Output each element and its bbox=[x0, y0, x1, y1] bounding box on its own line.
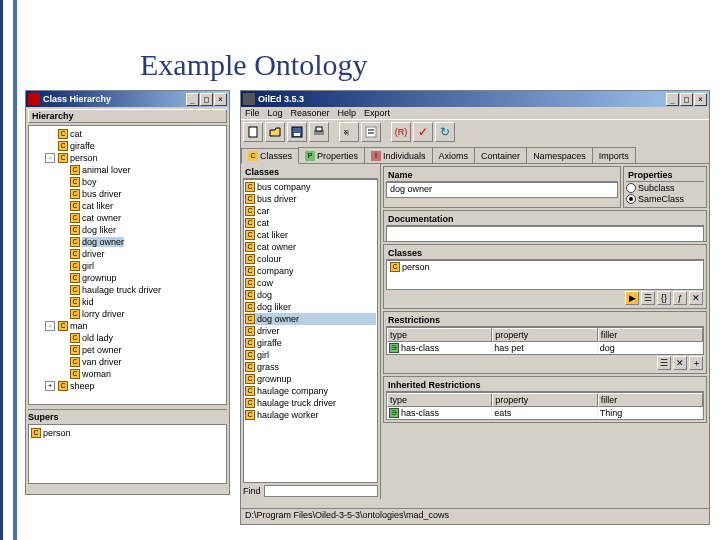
class-tree[interactable]: CcatCgiraffe-CpersonCanimal loverCboyCbu… bbox=[28, 125, 227, 405]
tree-node[interactable]: +Csheep bbox=[31, 380, 224, 392]
add-class-icon[interactable]: ▶ bbox=[625, 291, 639, 305]
class-item[interactable]: Cdog owner bbox=[245, 313, 376, 325]
tab-axioms[interactable]: Axioms bbox=[432, 147, 476, 163]
chain-icon[interactable]: ⛓ bbox=[339, 122, 359, 142]
maximize-button[interactable]: □ bbox=[200, 93, 213, 106]
hierarchy-header: Hierarchy bbox=[28, 109, 227, 123]
class-item[interactable]: Ccat owner bbox=[245, 241, 376, 253]
radio-sameclass[interactable]: SameClass bbox=[626, 194, 704, 204]
restrictions-table[interactable]: typepropertyfiller ∋has-classhas petdog bbox=[386, 327, 704, 355]
tab-classes[interactable]: CClasses bbox=[241, 148, 299, 164]
maximize-button[interactable]: □ bbox=[680, 93, 693, 106]
class-item[interactable]: Ccat bbox=[245, 217, 376, 229]
tree-node[interactable]: Cdog liker bbox=[31, 224, 224, 236]
tree-node[interactable]: Ccat liker bbox=[31, 200, 224, 212]
class-item[interactable]: Cbus company bbox=[245, 181, 376, 193]
tree-node[interactable]: -Cman bbox=[31, 320, 224, 332]
minimize-button[interactable]: _ bbox=[666, 93, 679, 106]
tree-node[interactable]: Cdriver bbox=[31, 248, 224, 260]
supers-list[interactable]: Cperson bbox=[28, 424, 227, 484]
tree-node[interactable]: Ccat owner bbox=[31, 212, 224, 224]
class-item[interactable]: Chaulage worker bbox=[245, 409, 376, 421]
tree-node[interactable]: -Cperson bbox=[31, 152, 224, 164]
tree-node[interactable]: Ckid bbox=[31, 296, 224, 308]
class-item[interactable]: Ccat liker bbox=[245, 229, 376, 241]
tree-node[interactable]: Cvan driver bbox=[31, 356, 224, 368]
class-item[interactable]: Ccompany bbox=[245, 265, 376, 277]
superclass-item[interactable]: Cperson bbox=[390, 262, 700, 272]
tree-node[interactable]: Cgrownup bbox=[31, 272, 224, 284]
add-icon[interactable]: ＋ bbox=[689, 356, 703, 370]
tree-node[interactable]: Cwoman bbox=[31, 368, 224, 380]
tab-individuals[interactable]: IIndividuals bbox=[364, 147, 433, 163]
refresh-icon[interactable]: ↻ bbox=[435, 122, 455, 142]
documentation-field[interactable] bbox=[386, 226, 704, 242]
menu-help[interactable]: Help bbox=[338, 108, 357, 118]
column-header: property bbox=[492, 393, 597, 407]
class-item[interactable]: Cgirl bbox=[245, 349, 376, 361]
tree-node[interactable]: Clorry driver bbox=[31, 308, 224, 320]
tree-node[interactable]: Cdog owner bbox=[31, 236, 224, 248]
name-field[interactable]: dog owner bbox=[386, 182, 618, 198]
classes-list[interactable]: Cbus companyCbus driverCcarCcatCcat like… bbox=[243, 179, 378, 483]
tab-properties[interactable]: PProperties bbox=[298, 147, 365, 163]
find-input[interactable] bbox=[264, 485, 378, 497]
class-item[interactable]: Ccolour bbox=[245, 253, 376, 265]
close-button[interactable]: × bbox=[694, 93, 707, 106]
remove-icon[interactable]: ✕ bbox=[689, 291, 703, 305]
tree-node[interactable]: Cgirl bbox=[31, 260, 224, 272]
find-label: Find bbox=[243, 486, 261, 496]
superclasses-list[interactable]: Cperson bbox=[386, 260, 704, 290]
minimize-button[interactable]: _ bbox=[186, 93, 199, 106]
list-icon[interactable]: ☰ bbox=[657, 356, 671, 370]
inherited-restrictions-label: Inherited Restrictions bbox=[386, 379, 704, 392]
menu-export[interactable]: Export bbox=[364, 108, 390, 118]
super-item[interactable]: Cperson bbox=[31, 427, 224, 439]
tree-node[interactable]: Cold lady bbox=[31, 332, 224, 344]
titlebar[interactable]: OilEd 3.5.3 _ □ × bbox=[241, 91, 709, 107]
toolbar: ⛓ (R) ✓ ↻ bbox=[241, 119, 709, 144]
class-item[interactable]: Cbus driver bbox=[245, 193, 376, 205]
restriction-row[interactable]: ∋has-classeatsThing bbox=[387, 407, 703, 419]
braces-icon[interactable]: {} bbox=[657, 291, 671, 305]
tab-imports[interactable]: Imports bbox=[592, 147, 636, 163]
class-item[interactable]: Cdriver bbox=[245, 325, 376, 337]
radio-subclass[interactable]: Subclass bbox=[626, 183, 704, 193]
close-button[interactable]: × bbox=[214, 93, 227, 106]
menu-reasoner[interactable]: Reasoner bbox=[291, 108, 330, 118]
menu-log[interactable]: Log bbox=[268, 108, 283, 118]
class-item[interactable]: Cdog liker bbox=[245, 301, 376, 313]
tab-namespaces[interactable]: Namespaces bbox=[526, 147, 593, 163]
class-item[interactable]: Cgiraffe bbox=[245, 337, 376, 349]
fx-icon[interactable]: ƒ bbox=[673, 291, 687, 305]
tab-container[interactable]: Container bbox=[474, 147, 527, 163]
new-icon[interactable] bbox=[243, 122, 263, 142]
open-icon[interactable] bbox=[265, 122, 285, 142]
svg-rect-4 bbox=[316, 127, 322, 131]
tree-node[interactable]: Chaulage truck driver bbox=[31, 284, 224, 296]
save-icon[interactable] bbox=[287, 122, 307, 142]
tree-node[interactable]: Cgiraffe bbox=[31, 140, 224, 152]
menu-file[interactable]: File bbox=[245, 108, 260, 118]
tree-node[interactable]: Cpet owner bbox=[31, 344, 224, 356]
reason-icon[interactable]: (R) bbox=[391, 122, 411, 142]
verify-icon[interactable]: ✓ bbox=[413, 122, 433, 142]
tree-node[interactable]: Cbus driver bbox=[31, 188, 224, 200]
properties-icon[interactable] bbox=[361, 122, 381, 142]
class-item[interactable]: Ccow bbox=[245, 277, 376, 289]
class-item[interactable]: Cgrass bbox=[245, 361, 376, 373]
tree-node[interactable]: Canimal lover bbox=[31, 164, 224, 176]
class-item[interactable]: Chaulage truck driver bbox=[245, 397, 376, 409]
class-item[interactable]: Ccar bbox=[245, 205, 376, 217]
list-icon[interactable]: ☰ bbox=[641, 291, 655, 305]
remove-icon[interactable]: ✕ bbox=[673, 356, 687, 370]
tree-node[interactable]: Cboy bbox=[31, 176, 224, 188]
restriction-row[interactable]: ∋has-classhas petdog bbox=[387, 342, 703, 354]
titlebar[interactable]: Class Hierarchy _ □ × bbox=[26, 91, 229, 107]
class-item[interactable]: Cgrownup bbox=[245, 373, 376, 385]
class-item[interactable]: Chaulage company bbox=[245, 385, 376, 397]
svg-text:⛓: ⛓ bbox=[344, 130, 350, 136]
class-item[interactable]: Cdog bbox=[245, 289, 376, 301]
tree-node[interactable]: Ccat bbox=[31, 128, 224, 140]
print-icon[interactable] bbox=[309, 122, 329, 142]
